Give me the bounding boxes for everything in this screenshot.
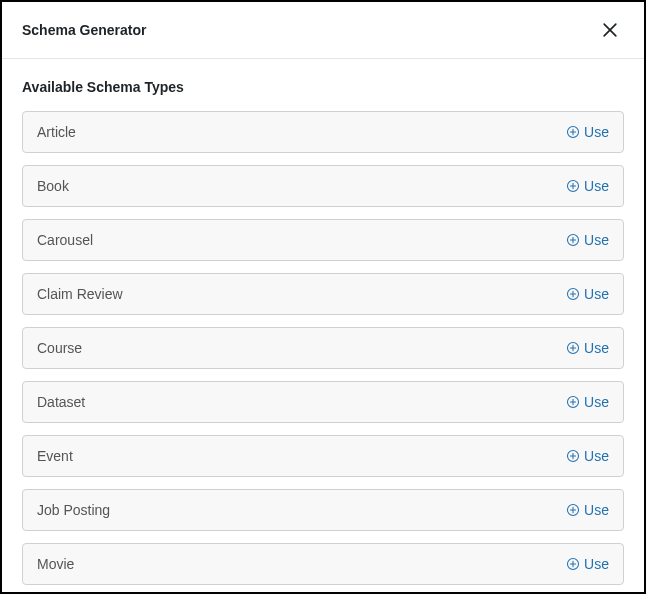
schema-type-item: BookUse (22, 165, 624, 207)
schema-type-item: CourseUse (22, 327, 624, 369)
modal-body: Available Schema Types ArticleUseBookUse… (2, 59, 644, 592)
use-button[interactable]: Use (566, 556, 609, 572)
plus-circle-icon (566, 179, 580, 193)
use-button[interactable]: Use (566, 124, 609, 140)
schema-type-name: Course (37, 340, 82, 356)
use-button[interactable]: Use (566, 502, 609, 518)
use-label: Use (584, 556, 609, 572)
plus-circle-icon (566, 449, 580, 463)
use-button[interactable]: Use (566, 448, 609, 464)
schema-type-item: DatasetUse (22, 381, 624, 423)
schema-type-name: Book (37, 178, 69, 194)
use-button[interactable]: Use (566, 340, 609, 356)
schema-type-name: Article (37, 124, 76, 140)
schema-type-item: Claim ReviewUse (22, 273, 624, 315)
plus-circle-icon (566, 287, 580, 301)
schema-generator-modal: Schema Generator Available Schema Types … (2, 2, 644, 592)
schema-type-name: Carousel (37, 232, 93, 248)
close-icon (600, 20, 620, 40)
plus-circle-icon (566, 503, 580, 517)
plus-circle-icon (566, 125, 580, 139)
use-label: Use (584, 394, 609, 410)
schema-type-name: Claim Review (37, 286, 123, 302)
plus-circle-icon (566, 233, 580, 247)
close-button[interactable] (596, 16, 624, 44)
schema-type-list: ArticleUseBookUseCarouselUseClaim Review… (22, 111, 624, 585)
use-button[interactable]: Use (566, 394, 609, 410)
use-label: Use (584, 178, 609, 194)
schema-type-name: Dataset (37, 394, 85, 410)
modal-title: Schema Generator (22, 22, 147, 38)
use-button[interactable]: Use (566, 286, 609, 302)
schema-type-name: Job Posting (37, 502, 110, 518)
use-button[interactable]: Use (566, 232, 609, 248)
schema-type-item: CarouselUse (22, 219, 624, 261)
use-label: Use (584, 232, 609, 248)
modal-header: Schema Generator (2, 2, 644, 59)
plus-circle-icon (566, 557, 580, 571)
schema-type-name: Event (37, 448, 73, 464)
use-label: Use (584, 286, 609, 302)
use-label: Use (584, 124, 609, 140)
schema-type-item: MovieUse (22, 543, 624, 585)
use-label: Use (584, 448, 609, 464)
plus-circle-icon (566, 395, 580, 409)
schema-type-item: ArticleUse (22, 111, 624, 153)
use-button[interactable]: Use (566, 178, 609, 194)
plus-circle-icon (566, 341, 580, 355)
use-label: Use (584, 502, 609, 518)
section-title: Available Schema Types (22, 79, 624, 95)
schema-type-item: EventUse (22, 435, 624, 477)
schema-type-name: Movie (37, 556, 74, 572)
schema-type-item: Job PostingUse (22, 489, 624, 531)
modal-scroll-container[interactable]: Schema Generator Available Schema Types … (2, 2, 644, 592)
use-label: Use (584, 340, 609, 356)
